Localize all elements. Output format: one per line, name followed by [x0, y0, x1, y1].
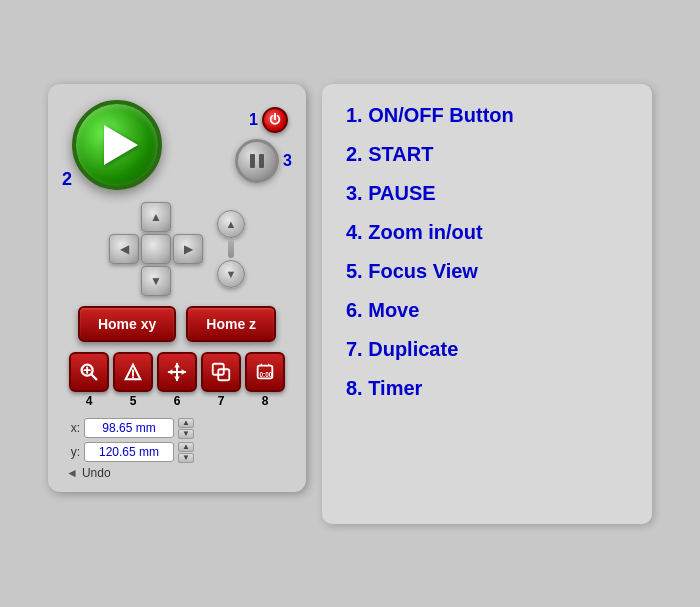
dpad-left[interactable]: ◀: [109, 234, 139, 264]
controls-row: ▲ ◀ ▶ ▼ ▲ ▼: [62, 202, 292, 296]
power-area: 1: [249, 107, 288, 133]
timer-icon: 0:00: [254, 361, 276, 383]
x-down-arrow[interactable]: ▼: [178, 429, 194, 439]
duplicate-tool-button[interactable]: [201, 352, 241, 392]
dpad-empty-tr: [173, 202, 203, 232]
coords-section: x: ▲ ▼ y: ▲ ▼ ◄ Undo: [62, 418, 292, 480]
x-input[interactable]: [84, 418, 174, 438]
svg-line-1: [91, 374, 96, 379]
legend-item-2: 2. START: [346, 143, 628, 166]
svg-marker-10: [174, 376, 180, 381]
focus-tool-button[interactable]: [113, 352, 153, 392]
right-controls: 1 3: [235, 107, 292, 183]
right-panel: 1. ON/OFF Button 2. START 3. PAUSE 4. Zo…: [322, 84, 652, 524]
duplicate-icon: [210, 361, 232, 383]
dpad-right[interactable]: ▶: [173, 234, 203, 264]
zoom-control: ▲ ▼: [217, 210, 245, 288]
legend-text-7: 7. Duplicate: [346, 338, 458, 361]
svg-point-6: [132, 376, 134, 378]
move-tool-button[interactable]: [157, 352, 197, 392]
move-icon: [166, 361, 188, 383]
legend-text-8: 8. Timer: [346, 377, 422, 400]
zoom-out-button[interactable]: ▼: [217, 260, 245, 288]
legend-item-1: 1. ON/OFF Button: [346, 104, 628, 127]
zoom-tool-button[interactable]: [69, 352, 109, 392]
power-button[interactable]: [262, 107, 288, 133]
legend-item-5: 5. Focus View: [346, 260, 628, 283]
svg-text:0:00: 0:00: [260, 370, 273, 377]
tool-item-focus: 5: [113, 352, 153, 408]
tool-label-7: 7: [218, 394, 225, 408]
x-label: x:: [66, 421, 80, 435]
tool-label-8: 8: [262, 394, 269, 408]
legend-text-5: 5. Focus View: [346, 260, 478, 283]
dpad-down[interactable]: ▼: [141, 266, 171, 296]
coord-x-row: x: ▲ ▼: [66, 418, 288, 439]
undo-label: Undo: [82, 466, 111, 480]
search-icon: [78, 361, 100, 383]
tool-item-duplicate: 7: [201, 352, 241, 408]
legend-text-4: 4. Zoom in/out: [346, 221, 483, 244]
svg-marker-11: [168, 369, 173, 375]
main-container: 2 1: [28, 64, 672, 544]
legend-item-3: 3. PAUSE: [346, 182, 628, 205]
legend-item-7: 7. Duplicate: [346, 338, 628, 361]
tool-label-4: 4: [86, 394, 93, 408]
home-xy-button[interactable]: Home xy: [78, 306, 176, 342]
label-2: 2: [62, 169, 72, 190]
tool-item-zoom: 4: [69, 352, 109, 408]
coord-y-row: y: ▲ ▼: [66, 442, 288, 463]
x-up-arrow[interactable]: ▲: [178, 418, 194, 428]
legend-text-2: 2. START: [346, 143, 433, 166]
zoom-in-button[interactable]: ▲: [217, 210, 245, 238]
dpad: ▲ ◀ ▶ ▼: [109, 202, 203, 296]
home-z-button[interactable]: Home z: [186, 306, 276, 342]
dpad-center[interactable]: [141, 234, 171, 264]
focus-icon: [122, 361, 144, 383]
dpad-empty-bl: [109, 266, 139, 296]
legend-text-1: 1. ON/OFF Button: [346, 104, 514, 127]
dpad-empty-tl: [109, 202, 139, 232]
y-down-arrow[interactable]: ▼: [178, 453, 194, 463]
pause-area: 3: [235, 139, 292, 183]
y-arrows: ▲ ▼: [178, 442, 194, 463]
label-3: 3: [283, 152, 292, 170]
tool-item-timer: 0:00 8: [245, 352, 285, 408]
tool-label-6: 6: [174, 394, 181, 408]
pause-icon: [250, 154, 264, 168]
y-up-arrow[interactable]: ▲: [178, 442, 194, 452]
left-panel: 2 1: [48, 84, 306, 492]
x-arrows: ▲ ▼: [178, 418, 194, 439]
zoom-connector: [228, 240, 234, 258]
tool-item-move: 6: [157, 352, 197, 408]
svg-marker-9: [174, 362, 180, 367]
timer-tool-button[interactable]: 0:00: [245, 352, 285, 392]
start-button[interactable]: [72, 100, 162, 190]
tools-row: 4 5: [62, 352, 292, 408]
dpad-up[interactable]: ▲: [141, 202, 171, 232]
legend-text-3: 3. PAUSE: [346, 182, 436, 205]
legend-text-6: 6. Move: [346, 299, 419, 322]
svg-marker-12: [182, 369, 187, 375]
undo-arrow-icon: ◄: [66, 466, 78, 480]
label-1: 1: [249, 111, 258, 129]
y-input[interactable]: [84, 442, 174, 462]
dpad-empty-br: [173, 266, 203, 296]
legend-item-4: 4. Zoom in/out: [346, 221, 628, 244]
tool-label-5: 5: [130, 394, 137, 408]
power-icon: [268, 113, 282, 127]
legend-item-6: 6. Move: [346, 299, 628, 322]
pause-button[interactable]: [235, 139, 279, 183]
top-row: 2 1: [62, 100, 292, 190]
y-label: y:: [66, 445, 80, 459]
home-row: Home xy Home z: [62, 306, 292, 342]
legend-item-8: 8. Timer: [346, 377, 628, 400]
undo-row: ◄ Undo: [66, 466, 288, 480]
